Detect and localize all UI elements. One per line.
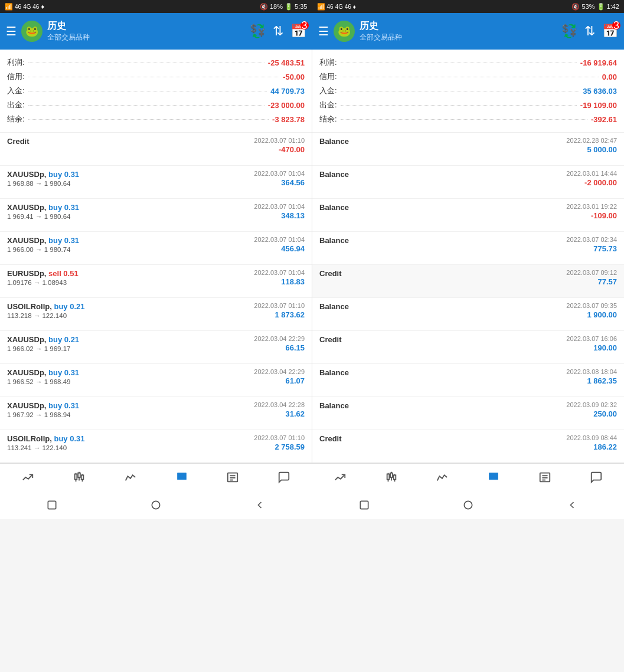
svg-rect-26 — [48, 501, 55, 509]
left-tx-list: Credit 2022.03.07 01:10 -470.00 XAUUSDp,… — [0, 133, 312, 463]
tx-type-label: Balance — [319, 302, 349, 311]
right-app-header: ☰ 🐸 历史 全部交易品种 💱 ⇅ 📅 3 — [312, 13, 625, 50]
tx-amount: -2 000.00 — [566, 178, 617, 187]
left-tx-3[interactable]: XAUUSDp, buy 0.31 1 966.00 → 1 980.74 20… — [0, 232, 312, 265]
right-tx-4[interactable]: Credit 2022.03.07 09:12 77.57 — [312, 265, 624, 298]
left-tx-9[interactable]: USOILRollp, buy 0.31 113.241 → 122.140 2… — [0, 430, 312, 463]
profit-value-right: -16 919.64 — [580, 58, 617, 67]
bottom-nav-container — [0, 463, 624, 491]
left-summary-row-deposit: 入金: 44 709.73 — [7, 84, 305, 98]
left-android-nav — [0, 497, 312, 513]
tx-type-label: Credit — [319, 434, 342, 443]
left-tx-8[interactable]: XAUUSDp, buy 0.31 1 967.92 → 1 968.94 20… — [0, 397, 312, 430]
svg-rect-0 — [75, 474, 77, 480]
nav-candlestick[interactable] — [69, 468, 89, 486]
profit-label-left: 利润: — [7, 57, 25, 68]
nav-news2[interactable] — [535, 468, 555, 486]
calendar-badge2: 3 — [612, 21, 620, 29]
tx-date: 2022.03.04 22:29 — [254, 368, 305, 375]
nav-chat[interactable] — [274, 468, 294, 486]
tx-type-label: XAUUSDp, buy 0.31 — [7, 401, 79, 410]
right-summary: 利润: -16 919.64 信用: 0.00 入金: 35 636.03 出金… — [312, 50, 624, 133]
left-status-bar: 📶 46 4G 46 ♦ 🔇 18% 🔋 5:35 — [0, 0, 312, 13]
left-bottom-nav — [0, 464, 312, 491]
right-tx-0[interactable]: Balance 2022.02.28 02:47 5 000.00 — [312, 133, 624, 166]
android-back-btn-left[interactable] — [251, 497, 268, 513]
right-tx-5[interactable]: Balance 2022.03.07 09:35 1 900.00 — [312, 298, 624, 331]
left-logo: 🐸 — [21, 21, 43, 42]
android-circle-btn-right[interactable] — [460, 497, 476, 513]
tx-type-label: EURUSDp, sell 0.51 — [7, 269, 79, 278]
tx-amount: -470.00 — [254, 145, 305, 154]
tx-type-label: XAUUSDp, buy 0.31 — [7, 236, 79, 245]
currency-icon2[interactable]: 💱 — [561, 24, 577, 39]
currency-icon[interactable]: 💱 — [250, 24, 266, 39]
left-tx-7[interactable]: XAUUSDp, buy 0.31 1 966.52 → 1 968.49 20… — [0, 364, 312, 397]
tx-prices: 1 966.52 → 1 968.49 — [7, 378, 79, 385]
right-tx-2[interactable]: Balance 2022.03.01 19:22 -109.00 — [312, 199, 624, 232]
right-tx-7[interactable]: Balance 2022.03.08 18:04 1 862.35 — [312, 364, 624, 397]
network-label2: 4G 46 — [23, 4, 39, 10]
left-tx-1[interactable]: XAUUSDp, buy 0.31 1 968.88 → 1 980.64 20… — [0, 166, 312, 199]
withdraw-value-left: -23 000.00 — [268, 101, 305, 110]
sort-icon[interactable]: ⇅ — [273, 24, 283, 39]
tx-amount: 186.22 — [566, 442, 617, 451]
tx-amount: 348.13 — [254, 211, 305, 220]
right-menu-icon[interactable]: ☰ — [318, 24, 329, 38]
svg-point-27 — [152, 501, 160, 509]
tx-type-label: Credit — [7, 137, 30, 146]
right-tx-list: Balance 2022.02.28 02:47 5 000.00 Balanc… — [312, 133, 624, 463]
android-square-btn-left[interactable] — [44, 497, 60, 513]
left-tx-4[interactable]: EURUSDp, sell 0.51 1.09176 → 1.08943 202… — [0, 265, 312, 298]
withdraw-label-right: 出金: — [319, 100, 337, 110]
tx-amount: 1 862.35 — [566, 376, 617, 385]
tx-type-label: XAUUSDp, buy 0.31 — [7, 203, 79, 212]
deposit-value-right: 35 636.03 — [583, 87, 617, 96]
left-subtitle: 全部交易品种 — [47, 32, 245, 42]
nav-chat2[interactable] — [586, 468, 606, 486]
sort-icon2[interactable]: ⇅ — [584, 24, 595, 39]
left-tx-2[interactable]: XAUUSDp, buy 0.31 1 969.41 → 1 980.64 20… — [0, 199, 312, 232]
right-panel: 利润: -16 919.64 信用: 0.00 入金: 35 636.03 出金… — [312, 50, 624, 463]
tx-amount: 77.57 — [566, 277, 617, 286]
nav-candlestick2[interactable] — [381, 468, 401, 486]
nav-inbox[interactable] — [172, 468, 192, 486]
tx-type-label: Balance — [319, 203, 349, 212]
right-logo: 🐸 — [334, 21, 355, 42]
tx-date: 2022.03.04 22:29 — [254, 335, 305, 342]
nav-news[interactable] — [223, 468, 243, 486]
left-status-right: 🔇 18% 🔋 5:35 — [260, 3, 308, 11]
left-tx-5[interactable]: USOILRollp, buy 0.21 113.218 → 122.140 2… — [0, 298, 312, 331]
left-tx-6[interactable]: XAUUSDp, buy 0.21 1 966.02 → 1 969.17 20… — [0, 331, 312, 364]
main-panels: 利润: -25 483.51 信用: -50.00 入金: 44 709.73 … — [0, 50, 624, 463]
android-back-btn-right[interactable] — [564, 497, 580, 513]
tx-prices: 1 968.88 → 1 980.64 — [7, 180, 79, 187]
left-summary-row-profit: 利润: -25 483.51 — [7, 55, 305, 70]
right-tx-6[interactable]: Credit 2022.03.07 16:06 190.00 — [312, 331, 624, 364]
right-tx-9[interactable]: Credit 2022.03.09 08:44 186.22 — [312, 430, 624, 463]
nav-trend-up[interactable] — [18, 468, 38, 486]
tx-date: 2022.03.07 01:10 — [254, 137, 305, 144]
tx-type-label: Balance — [319, 236, 349, 245]
tx-date: 2022.03.08 18:04 — [566, 368, 617, 375]
android-square-btn-right[interactable] — [356, 497, 373, 513]
tx-prices: 1 966.02 → 1 969.17 — [7, 345, 79, 352]
right-tx-8[interactable]: Balance 2022.03.09 02:32 250.00 — [312, 397, 624, 430]
left-tx-0[interactable]: Credit 2022.03.07 01:10 -470.00 — [0, 133, 312, 166]
left-menu-icon[interactable]: ☰ — [6, 24, 17, 38]
calendar-wrapper2[interactable]: 📅 3 — [602, 24, 618, 39]
tx-type-label: XAUUSDp, buy 0.31 — [7, 170, 79, 179]
tx-amount: 1 900.00 — [566, 310, 617, 319]
left-summary-row-balance: 结余: -3 823.78 — [7, 112, 305, 126]
nav-line-chart[interactable] — [120, 468, 141, 486]
nav-line-chart2[interactable] — [432, 468, 452, 486]
nav-trend-up2[interactable] — [330, 468, 350, 486]
android-circle-btn-left[interactable] — [148, 497, 164, 513]
nav-inbox2[interactable] — [483, 468, 504, 486]
tx-amount: 250.00 — [566, 409, 617, 418]
android-nav-bar — [0, 491, 624, 519]
calendar-wrapper[interactable]: 📅 3 — [290, 24, 306, 39]
right-tx-3[interactable]: Balance 2022.03.07 02:34 775.73 — [312, 232, 624, 265]
right-bottom-nav — [312, 464, 625, 491]
right-tx-1[interactable]: Balance 2022.03.01 14:44 -2 000.00 — [312, 166, 624, 199]
